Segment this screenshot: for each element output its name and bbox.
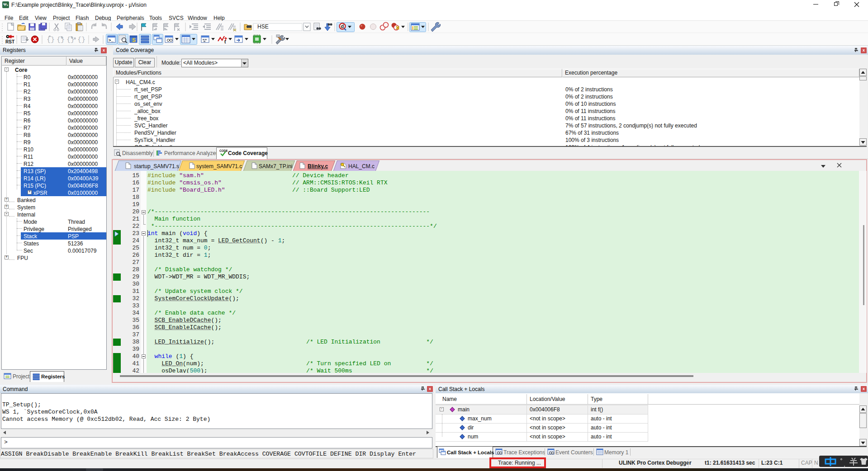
svg-text:d: d [341, 24, 344, 29]
svg-text:{}: {} [47, 36, 55, 44]
svg-text:>_: >_ [109, 38, 114, 43]
svg-text:S: S [132, 37, 136, 43]
svg-text:{}: {} [77, 36, 85, 44]
svg-text:CODE: CODE [219, 149, 228, 152]
svg-text:RST: RST [5, 39, 14, 44]
svg-text:{}: {} [66, 36, 75, 44]
svg-text:{}: {} [57, 36, 65, 44]
